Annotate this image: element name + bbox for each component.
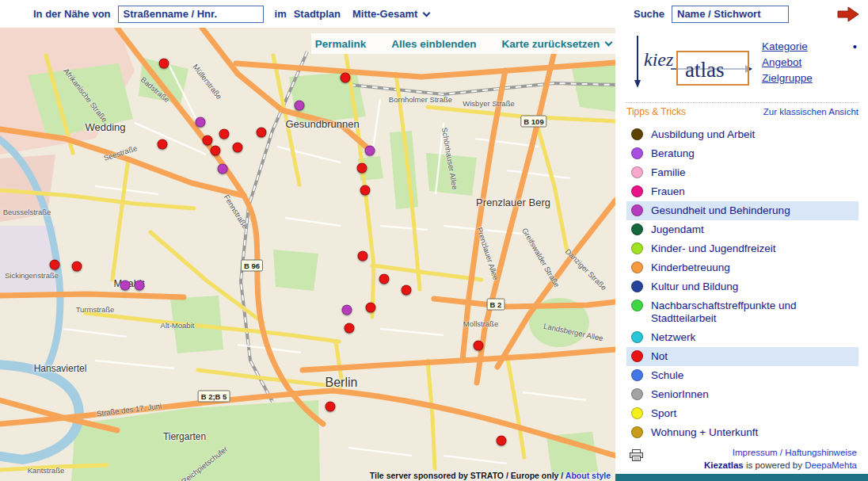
- map-marker-red[interactable]: [72, 261, 82, 272]
- map-place-label: Prenzlauer Berg: [476, 197, 550, 208]
- map-street-label: Turmstraße: [76, 305, 115, 314]
- category-item-5[interactable]: Jugendamt: [626, 220, 858, 239]
- sidebar: kiez atlas Kategorie • Angebot Zielgrupp…: [615, 28, 868, 481]
- map-marker-red[interactable]: [345, 323, 355, 334]
- category-color-icon: [631, 388, 643, 400]
- map-street-label: Prenzlauer Allee: [475, 226, 501, 281]
- category-item-9[interactable]: Nachbarschaftstreffpunkte und Stadtteila…: [626, 296, 858, 328]
- map-marker-red[interactable]: [326, 402, 336, 412]
- impressum-link[interactable]: Impressum / Haftungshinweise: [733, 448, 857, 457]
- classic-view-link[interactable]: Zur klassischen Ansicht: [763, 107, 858, 116]
- about-style-link[interactable]: About style: [565, 471, 611, 480]
- map-marker-red[interactable]: [497, 436, 507, 446]
- nav-angebot-link[interactable]: Angebot: [762, 55, 858, 71]
- category-item-6[interactable]: Kinder- und Jugendfreizeit: [626, 239, 858, 258]
- kiezatlas-logo: kiez atlas: [626, 32, 753, 99]
- category-color-icon: [631, 147, 643, 159]
- map-marker-purple[interactable]: [196, 117, 206, 128]
- map-marker-red[interactable]: [159, 59, 169, 69]
- category-color-icon: [631, 223, 643, 235]
- map-marker-red[interactable]: [402, 285, 412, 296]
- search-input[interactable]: [672, 6, 789, 23]
- category-color-icon: [631, 350, 643, 362]
- map-marker-purple[interactable]: [342, 305, 352, 315]
- road-badge: B 96: [241, 260, 263, 272]
- category-item-7[interactable]: Kinderbetreuung: [626, 258, 858, 277]
- category-item-15[interactable]: Wohnung + Unterkunft: [626, 423, 858, 442]
- near-label: In der Nähe von: [33, 8, 111, 20]
- map-marker-red[interactable]: [379, 274, 390, 284]
- category-label: Schule: [651, 369, 683, 382]
- category-label: Beratung: [651, 147, 695, 160]
- map-marker-red[interactable]: [366, 303, 376, 313]
- permalink-link[interactable]: Permalink: [315, 38, 367, 50]
- map-area-value: Mitte-Gesamt: [352, 8, 417, 20]
- map-marker-red[interactable]: [211, 146, 221, 156]
- category-label: Familie: [651, 166, 686, 179]
- map-marker-red[interactable]: [360, 185, 371, 196]
- map-marker-red[interactable]: [50, 260, 60, 270]
- map-marker-purple[interactable]: [135, 281, 145, 291]
- category-item-11[interactable]: Not: [626, 347, 858, 366]
- category-color-icon: [631, 369, 643, 381]
- category-item-0[interactable]: Ausbildung und Arbeit: [626, 125, 858, 144]
- map-marker-purple[interactable]: [295, 101, 305, 111]
- map-attribution: Tile server sponsored by STRATO / Europe…: [370, 471, 611, 480]
- category-item-4[interactable]: Gesundheit und Behinderung: [626, 201, 858, 220]
- map-marker-purple[interactable]: [120, 281, 131, 291]
- map-marker-red[interactable]: [341, 73, 351, 83]
- reset-map-link[interactable]: Karte zurücksetzen: [502, 38, 612, 50]
- map-street-label: Greifswalder Straße: [520, 227, 562, 289]
- print-icon[interactable]: [630, 449, 643, 464]
- map-marker-red[interactable]: [219, 129, 230, 139]
- street-input[interactable]: [118, 6, 264, 23]
- category-item-10[interactable]: Netzwerk: [626, 328, 858, 347]
- map-place-label: Tiergarten: [163, 431, 206, 442]
- nav-kategorie-link[interactable]: Kategorie: [762, 39, 858, 55]
- map-canvas[interactable]: WeddingGesundbrunnenPrenzlauer BergMoabi…: [0, 28, 615, 481]
- category-item-14[interactable]: Sport: [626, 404, 858, 423]
- category-item-3[interactable]: Frauen: [626, 182, 858, 201]
- logo-kiez-text: kiez: [644, 49, 674, 70]
- map-marker-red[interactable]: [158, 139, 168, 150]
- im-label: im: [275, 8, 287, 20]
- kiezatlas-app: In der Nähe von im Stadtplan Mitte-Gesam…: [0, 0, 868, 481]
- map-marker-red[interactable]: [358, 251, 368, 261]
- chevron-down-icon: [605, 39, 613, 47]
- map-street-label: Bornholmer Straße: [389, 95, 452, 104]
- category-item-13[interactable]: SeniorInnen: [626, 385, 858, 404]
- category-item-2[interactable]: Familie: [626, 163, 858, 182]
- map-marker-purple[interactable]: [365, 146, 375, 156]
- road-badge: B 109: [520, 116, 546, 128]
- map-street-label: Mollstraße: [463, 319, 498, 328]
- deepamehta-link[interactable]: DeepaMehta: [805, 460, 857, 470]
- map-marker-red[interactable]: [257, 128, 267, 138]
- map-marker-purple[interactable]: [218, 164, 228, 174]
- reset-map-label: Karte zurücksetzen: [502, 38, 600, 50]
- category-color-icon: [631, 426, 643, 438]
- map-marker-red[interactable]: [233, 143, 243, 153]
- road-badge: B 2;B 5: [198, 391, 230, 403]
- show-all-link[interactable]: Alles einblenden: [391, 38, 476, 50]
- kiezatlas-text: Kiezatlas: [704, 460, 744, 470]
- map-street-label: Landsberger Allee: [542, 322, 603, 343]
- category-label: Gesundheit und Behinderung: [651, 204, 790, 217]
- map-marker-red[interactable]: [357, 163, 367, 174]
- tipps-tricks-link[interactable]: Tipps & Tricks: [626, 106, 686, 117]
- search-label: Suche: [634, 8, 664, 20]
- category-color-icon: [631, 204, 643, 216]
- attribution-text: Tile server sponsored by STRATO / Europe…: [370, 471, 563, 480]
- map-area-select[interactable]: Mitte-Gesamt: [352, 8, 429, 20]
- category-color-icon: [631, 407, 643, 419]
- category-item-8[interactable]: Kultur und Bildung: [626, 277, 858, 296]
- category-item-12[interactable]: Schule: [626, 366, 858, 385]
- category-item-1[interactable]: Beratung: [626, 144, 858, 163]
- stadtplan-label: Stadtplan: [294, 8, 341, 20]
- category-label: Sport: [651, 407, 676, 420]
- map-marker-red[interactable]: [203, 136, 213, 146]
- nav-zielgruppe-link[interactable]: Zielgruppe: [762, 71, 858, 86]
- map-street-label: Wisbyer Straße: [463, 99, 514, 108]
- map-street-label: Alt-Moabit: [161, 321, 195, 330]
- submit-arrow-icon[interactable]: [836, 6, 860, 22]
- map-marker-red[interactable]: [474, 341, 484, 351]
